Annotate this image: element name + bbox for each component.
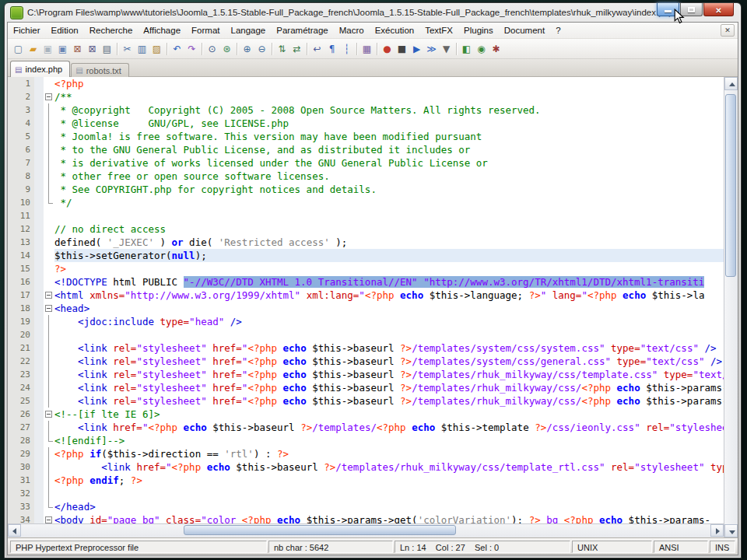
fold-collapse-icon[interactable] <box>45 516 52 523</box>
menu-item-fichier[interactable]: Fichier <box>8 24 46 37</box>
bookmark-margin[interactable] <box>34 513 44 523</box>
menu-item-edition[interactable]: Edition <box>46 24 84 37</box>
cut-button[interactable]: ✂ <box>120 41 135 56</box>
title-bar[interactable]: C:\Program Files\wamp\www\tutoriels\Joom… <box>7 3 738 22</box>
code-text[interactable]: * Joomla! is free software. This version… <box>54 130 724 143</box>
code-text[interactable]: <?php <box>54 77 724 90</box>
code-text[interactable]: <jdoc:include type="head" /> <box>54 315 724 328</box>
bookmark-margin[interactable] <box>34 209 44 222</box>
textfx-button[interactable]: ✱ <box>489 41 503 56</box>
code-text[interactable]: <body id="page_bg" class="color_<?php ec… <box>54 513 724 523</box>
code-text[interactable]: <?php if($this->direction == 'rtl') : ?> <box>54 447 724 460</box>
record-macro-button[interactable]: ● <box>380 41 395 56</box>
scroll-down-arrow[interactable] <box>724 524 738 537</box>
user-define-dialog-button[interactable]: ▦ <box>359 41 374 56</box>
code-text[interactable]: * to the GNU General Public License, and… <box>54 143 724 156</box>
menu-item-recherche[interactable]: Recherche <box>84 24 139 37</box>
bookmark-margin[interactable] <box>34 394 44 408</box>
bookmark-margin[interactable] <box>34 170 44 183</box>
code-text[interactable]: * @license GNU/GPL, see LICENSE.php <box>54 117 724 130</box>
code-text[interactable] <box>54 209 724 222</box>
bookmark-margin[interactable] <box>34 130 44 143</box>
menu-item-document[interactable]: Document <box>499 24 550 37</box>
save-button[interactable]: ▣ <box>40 41 55 56</box>
code-text[interactable]: * is derivative of works licensed under … <box>54 156 724 170</box>
code-text[interactable]: <!--[if lte IE 6]> <box>54 408 724 421</box>
code-text[interactable]: * other free or open source software lic… <box>54 170 724 183</box>
doc-compare-button[interactable]: ◧ <box>459 41 474 56</box>
vertical-scrollbar[interactable] <box>724 77 738 537</box>
replace-button[interactable]: ⊛ <box>219 41 234 56</box>
save-macro-button[interactable]: ▼ <box>439 41 454 56</box>
zoom-out-button[interactable]: ⊖ <box>254 41 269 56</box>
menu-item-ex-cution[interactable]: Exécution <box>370 24 420 37</box>
horizontal-scroll-thumb[interactable] <box>184 525 456 535</box>
indent-guide-button[interactable]: ┆ <box>339 41 354 56</box>
bookmark-margin[interactable] <box>34 196 44 209</box>
bookmark-margin[interactable] <box>34 355 44 368</box>
bookmark-margin[interactable] <box>34 408 44 421</box>
bookmark-margin[interactable] <box>34 77 44 90</box>
stop-record-button[interactable]: ■ <box>395 41 409 56</box>
code-text[interactable]: <link href="<?php echo $this->baseurl ?>… <box>54 460 724 474</box>
undo-button[interactable]: ↶ <box>170 41 184 56</box>
bookmark-margin[interactable] <box>34 249 44 262</box>
fold-collapse-icon[interactable] <box>45 305 52 312</box>
code-text[interactable]: * See COPYRIGHT.php for copyright notice… <box>54 183 724 196</box>
code-text[interactable]: defined( '_JEXEC' ) or die( 'Restricted … <box>54 236 724 249</box>
show-all-characters-button[interactable]: ¶ <box>324 41 339 56</box>
scroll-up-arrow[interactable] <box>724 77 738 90</box>
fold-collapse-icon[interactable] <box>45 93 52 100</box>
bookmark-margin[interactable] <box>34 328 44 341</box>
find-button[interactable]: ⊙ <box>205 41 219 56</box>
code-text[interactable]: <link rel="stylesheet" href="<?php echo … <box>54 341 724 355</box>
code-text[interactable]: <link rel="stylesheet" href="<?php echo … <box>54 394 724 408</box>
menu-item-plugins[interactable]: Plugins <box>458 24 499 37</box>
open-file-button[interactable]: ▰ <box>26 41 40 56</box>
close-file-button[interactable]: ⊠ <box>70 41 85 56</box>
redo-button[interactable]: ↷ <box>184 41 199 56</box>
sync-horizontal-button[interactable]: ⇄ <box>289 41 304 56</box>
bookmark-margin[interactable] <box>34 262 44 275</box>
bookmark-margin[interactable] <box>34 474 44 487</box>
code-text[interactable] <box>54 487 724 500</box>
paste-button[interactable]: ▨ <box>149 41 164 56</box>
scroll-left-arrow[interactable] <box>8 524 21 537</box>
word-wrap-button[interactable]: ↩ <box>310 41 324 56</box>
bookmark-margin[interactable] <box>34 289 44 302</box>
menu-item-langage[interactable]: Langage <box>225 24 271 37</box>
code-text[interactable]: */ <box>54 196 724 209</box>
doc-monitor-button[interactable]: ◉ <box>474 41 489 56</box>
zoom-in-button[interactable]: ⊕ <box>240 41 254 56</box>
close-button[interactable] <box>703 3 734 16</box>
new-file-button[interactable]: ▢ <box>11 41 26 56</box>
code-text[interactable]: <link href="<?php echo $this->baseurl ?>… <box>54 421 724 434</box>
code-text[interactable]: ?> <box>54 262 724 275</box>
tab-robots-txt[interactable]: ▤robots.txt <box>71 63 129 77</box>
bookmark-margin[interactable] <box>34 156 44 170</box>
fold-collapse-icon[interactable] <box>45 292 52 299</box>
copy-button[interactable]: ▥ <box>135 41 149 56</box>
sync-vertical-button[interactable]: ⇅ <box>275 41 289 56</box>
code-text[interactable]: <link rel="stylesheet" href="<?php echo … <box>54 355 724 368</box>
bookmark-margin[interactable] <box>34 500 44 513</box>
save-all-button[interactable]: ▣ <box>55 41 70 56</box>
code-lines[interactable]: 1<?php2/**3 * @copyright Copyright (C) 2… <box>8 77 724 523</box>
code-text[interactable]: <html xmlns="http://www.w3.org/1999/xhtm… <box>54 289 724 302</box>
code-text[interactable]: </head> <box>54 500 724 513</box>
code-text[interactable]: <?php endif; ?> <box>54 474 724 487</box>
code-text[interactable]: // no direct access <box>54 222 724 236</box>
menu-item-textfx[interactable]: TextFX <box>419 24 458 37</box>
bookmark-margin[interactable] <box>34 117 44 130</box>
bookmark-margin[interactable] <box>34 460 44 474</box>
bookmark-margin[interactable] <box>34 275 44 289</box>
print-button[interactable]: ▤ <box>100 41 114 56</box>
tab-index-php[interactable]: ▤index.php <box>10 61 70 77</box>
code-text[interactable]: <!DOCTYPE html PUBLIC "-//W3C//DTD XHTML… <box>54 275 724 289</box>
menu-item-param-trage[interactable]: Paramétrage <box>271 24 333 37</box>
bookmark-margin[interactable] <box>34 381 44 394</box>
play-macro-button[interactable]: ▶ <box>409 41 424 56</box>
code-text[interactable]: <link rel="stylesheet" href="<?php echo … <box>54 381 724 394</box>
scroll-right-arrow[interactable] <box>710 524 724 537</box>
bookmark-margin[interactable] <box>34 90 44 103</box>
